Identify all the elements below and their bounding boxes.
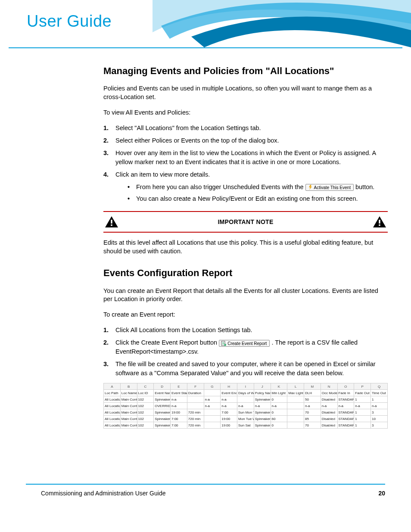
step-4a-post: button. bbox=[355, 184, 374, 190]
section1-steps: Select "All Locations" from the Location… bbox=[103, 124, 388, 203]
svg-rect-1 bbox=[111, 224, 112, 226]
create-event-report-button[interactable]: Create Event Report bbox=[219, 340, 270, 347]
report-icon bbox=[221, 341, 226, 346]
svg-rect-3 bbox=[379, 224, 380, 226]
footer: Commissioning and Administration User Gu… bbox=[41, 490, 385, 497]
footer-text: Commissioning and Administration User Gu… bbox=[41, 490, 165, 497]
step-3: Hover over any item in the list to view … bbox=[103, 149, 388, 167]
warning-icon bbox=[105, 216, 118, 227]
step-2: Select either Polices or Events on the t… bbox=[103, 136, 388, 145]
s2-step-2: Click the Create Event Report button Cre… bbox=[103, 338, 388, 356]
step-4a-pre: From here you can also trigger Unschedul… bbox=[136, 184, 305, 190]
activate-this-event-button[interactable]: Activate This Event bbox=[305, 184, 354, 191]
warning-icon bbox=[373, 216, 386, 227]
step-1: Select "All Locations" from the Location… bbox=[103, 124, 388, 133]
section2-heading: Events Configuration Report bbox=[103, 268, 388, 279]
footer-rule bbox=[26, 484, 385, 485]
step-4b: You can also create a New Policy/Event o… bbox=[128, 194, 388, 203]
svg-rect-2 bbox=[379, 220, 380, 224]
activate-this-event-label: Activate This Event bbox=[314, 185, 351, 190]
section1-heading: Managing Events and Policies from "All L… bbox=[103, 65, 388, 77]
create-event-report-label: Create Event Report bbox=[227, 341, 267, 346]
section2-steps: Click All Locations from the Location Se… bbox=[103, 326, 388, 378]
header-rule bbox=[9, 47, 402, 48]
s2-step-1: Click All Locations from the Location Se… bbox=[103, 326, 388, 335]
page-number: 20 bbox=[378, 490, 385, 497]
step-4a: From here you can also trigger Unschedul… bbox=[128, 183, 388, 192]
section1-para2: To view All Events and Policies: bbox=[103, 109, 388, 117]
step-4: Click an item to view more details. From… bbox=[103, 170, 388, 203]
s2-step-2-pre: Click the Create Event Report button bbox=[115, 339, 219, 346]
important-note-box: IMPORTANT NOTE bbox=[103, 211, 388, 233]
important-note-label: IMPORTANT NOTE bbox=[118, 218, 373, 225]
s2-step-3: The file will be created and saved to yo… bbox=[103, 360, 388, 378]
section2-para1: You can create an Event Report that deta… bbox=[103, 287, 388, 304]
csv-report-figure: ABCDEFGHIJKLMNOPQ Loc PathLoc NameLoc ID… bbox=[103, 383, 388, 429]
lightning-icon bbox=[308, 185, 313, 190]
header-swoosh-decoration bbox=[153, 0, 411, 52]
important-note-text: Edits at this level affect all Locations… bbox=[103, 239, 388, 255]
header-title: User Guide bbox=[27, 12, 112, 31]
step-4-text: Click an item to view more details. bbox=[115, 171, 210, 178]
svg-rect-0 bbox=[111, 220, 112, 224]
section2-para2: To create an Event report: bbox=[103, 311, 388, 319]
section1-para1: Policies and Events can be used in multi… bbox=[103, 84, 388, 101]
